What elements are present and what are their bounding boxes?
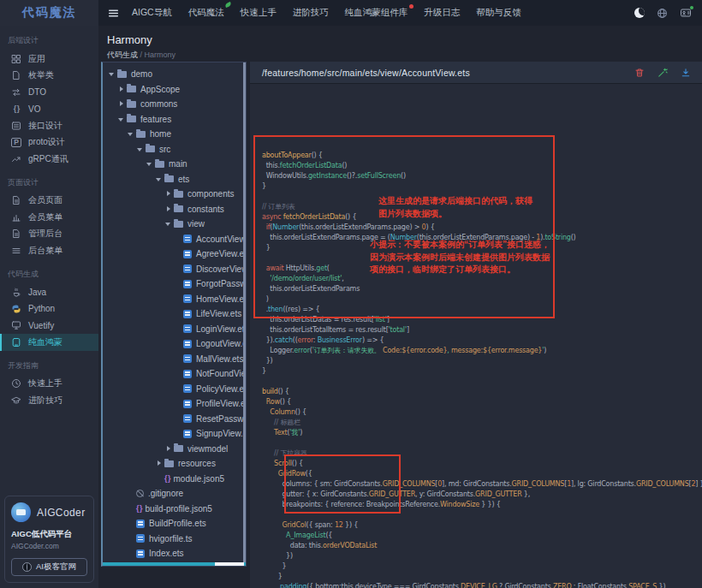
caret-open-icon[interactable] — [164, 220, 172, 228]
sidebar-item-进阶技巧[interactable]: 进阶技巧 — [0, 392, 98, 409]
tree-item-build-profile.json5[interactable]: { }build-profile.json5 — [103, 502, 246, 517]
tree-item-DiscoverView.ets[interactable]: DiscoverView.ets — [103, 262, 246, 277]
tree-item-LifeView.ets[interactable]: LifeView.ets — [103, 306, 246, 322]
tree-item-MallView.ets[interactable]: MallView.ets — [103, 352, 246, 367]
tree-item-.gitignore[interactable]: .gitignore — [103, 486, 246, 502]
caret-open-icon[interactable] — [127, 130, 134, 138]
sidebar-item-label: 会员菜单 — [28, 211, 62, 223]
sidebar-item-应用[interactable]: 应用 — [0, 50, 98, 68]
tree-item-ProfileView.ets[interactable]: ProfileView.ets — [103, 396, 246, 412]
caret-open-icon[interactable] — [146, 160, 153, 168]
sidebar-item-纯血鸿蒙[interactable]: 纯血鸿蒙 — [0, 334, 98, 351]
tree-item-BuildProfile.ets[interactable]: BuildProfile.ets — [103, 516, 246, 532]
ets-file-icon — [136, 534, 145, 543]
sidebar-item-Python[interactable]: Python — [0, 300, 98, 318]
nav-item-0[interactable]: AIGC导航 — [132, 7, 172, 19]
editor-toolbar — [634, 68, 691, 78]
code-area[interactable]: 这里生成的是请求后端接口的代码，获得图片列表数据项。 小提示：不要被本案例的“订… — [250, 84, 702, 588]
tree-item-LogoutView.ets[interactable]: LogoutView.ets — [103, 336, 246, 352]
wand-icon[interactable] — [657, 68, 668, 78]
sidebar-item-管理后台[interactable]: 管理后台 — [0, 226, 98, 243]
grid-icon — [11, 54, 21, 64]
sidebar-item-DTO[interactable]: DTO — [0, 84, 98, 101]
code-line-25: Column() { — [262, 407, 702, 418]
sidebar-item-Java[interactable]: Java — [0, 284, 98, 301]
tree-item-AppScope[interactable]: AppScope — [103, 82, 246, 98]
moon-icon[interactable] — [634, 8, 645, 18]
sidebar-item-gRPC通讯[interactable]: gRPC通讯 — [0, 151, 98, 168]
sidebar-item-会员页面[interactable]: 会员页面 — [0, 193, 98, 210]
caret-closed-icon[interactable] — [117, 86, 125, 93]
ets-file-icon — [183, 370, 192, 378]
caret-closed-icon[interactable] — [117, 100, 125, 108]
tree-item-module.json5[interactable]: { }module.json5 — [103, 472, 246, 487]
nav-item-2[interactable]: 快速上手 — [241, 7, 277, 19]
trash-icon[interactable] — [634, 68, 645, 78]
nav-item-4[interactable]: 纯血鸿蒙组件库 — [345, 7, 408, 19]
tree-item-PolicyView.ets[interactable]: PolicyView.ets — [103, 382, 246, 397]
tree-item-ets[interactable]: ets — [103, 172, 246, 187]
swap-icon — [11, 87, 21, 98]
tree-item-commons[interactable]: commons — [103, 97, 246, 112]
tree-item-NotFoundView.ets[interactable]: NotFoundView.ets — [103, 366, 246, 382]
sidebar-item-label: VO — [28, 104, 40, 114]
tree-vertical-scrollbar[interactable] — [243, 62, 246, 562]
globe-icon[interactable] — [657, 8, 668, 19]
ai-service-button[interactable]: AI极客官网 — [11, 558, 87, 576]
tree-item-label: module.json5 — [174, 474, 224, 484]
caret-open-icon[interactable] — [136, 146, 144, 153]
code-line-40: } — [262, 561, 702, 572]
tree-item-main[interactable]: main — [103, 157, 246, 172]
caret-closed-icon[interactable] — [164, 445, 172, 453]
code-line-30: Scroll() { — [262, 459, 702, 469]
tree-item-ForgotPasswordView.ets[interactable]: ForgotPasswordView.ets — [103, 276, 246, 292]
tree-horizontal-scrollbar[interactable] — [103, 562, 246, 566]
hamburger-icon[interactable] — [108, 8, 119, 19]
tree-item-demo[interactable]: demo — [103, 67, 246, 82]
sidebar-item-快速上手[interactable]: 快速上手 — [0, 376, 98, 393]
tree-item-SignupView.ets[interactable]: SignupView.ets — [103, 426, 246, 442]
tree-item-constants[interactable]: constants — [103, 202, 246, 217]
tree-item-home[interactable]: home — [103, 127, 246, 142]
tree-item-label: Index.ets — [149, 549, 184, 558]
tree-item-AgreeView.ets[interactable]: AgreeView.ets — [103, 246, 246, 262]
sidebar-item-会员菜单[interactable]: 会员菜单 — [0, 209, 98, 226]
tree-item-resources[interactable]: resources — [103, 456, 246, 472]
nav-item-3[interactable]: 进阶技巧 — [293, 7, 329, 19]
tree-item-Index.ets[interactable]: Index.ets — [103, 546, 246, 561]
caret-closed-icon[interactable] — [164, 205, 172, 213]
tree-item-hvigorfile.ts[interactable]: hvigorfile.ts — [103, 532, 246, 547]
code-line-42: .padding({ bottom:this.deviceType === Gi… — [262, 582, 702, 588]
user-icon[interactable] — [680, 8, 692, 18]
caret-open-icon[interactable] — [117, 116, 125, 123]
sidebar-item-枚举类[interactable]: 枚举类 — [0, 68, 98, 85]
caret-closed-icon[interactable] — [155, 460, 163, 467]
nav-item-5[interactable]: 升级日志 — [424, 7, 460, 19]
nav-item-1[interactable]: 代码魔法 — [188, 7, 224, 19]
sidebar-item-接口设计[interactable]: 接口设计 — [0, 117, 98, 134]
tree-item-viewmodel[interactable]: viewmodel — [103, 442, 246, 457]
tree-item-features[interactable]: features — [103, 112, 246, 128]
tree-item-ResetPasswordView.ets[interactable]: ResetPasswordView.ets — [103, 412, 246, 427]
tree-item-components[interactable]: components — [103, 187, 246, 202]
nav-item-6[interactable]: 帮助与反馈 — [476, 7, 521, 19]
page-title: Harmony — [98, 26, 250, 47]
sidebar-item-proto设计[interactable]: Pproto设计 — [0, 134, 98, 151]
caret-closed-icon[interactable] — [164, 190, 172, 198]
download-icon[interactable] — [681, 68, 691, 78]
file-explorer-column: Harmony 代码生成 / Harmony demoAppScopecommo… — [98, 26, 250, 588]
sidebar-item-label: 后台菜单 — [28, 245, 62, 257]
breadcrumb-section[interactable]: 代码生成 — [107, 50, 138, 59]
sidebar-item-后台菜单[interactable]: 后台菜单 — [0, 242, 98, 259]
caret-open-icon[interactable] — [155, 175, 163, 183]
tree-item-view[interactable]: view — [103, 217, 246, 232]
caret-open-icon[interactable] — [108, 70, 116, 78]
tree-item-AccountView.ets[interactable]: AccountView.ets — [103, 232, 246, 247]
tree-item-HomeView.ets[interactable]: HomeView.ets — [103, 292, 246, 307]
tree-item-LoginView.ets[interactable]: LoginView.ets — [103, 322, 246, 337]
sidebar-item-Vuetify[interactable]: Vuetify — [0, 318, 98, 335]
tree-item-src[interactable]: src — [103, 142, 246, 157]
code-line-17: this.orderListTotalItems = res.result['t… — [262, 325, 702, 336]
api-icon — [11, 121, 21, 131]
sidebar-item-VO[interactable]: { }VO — [0, 101, 98, 118]
